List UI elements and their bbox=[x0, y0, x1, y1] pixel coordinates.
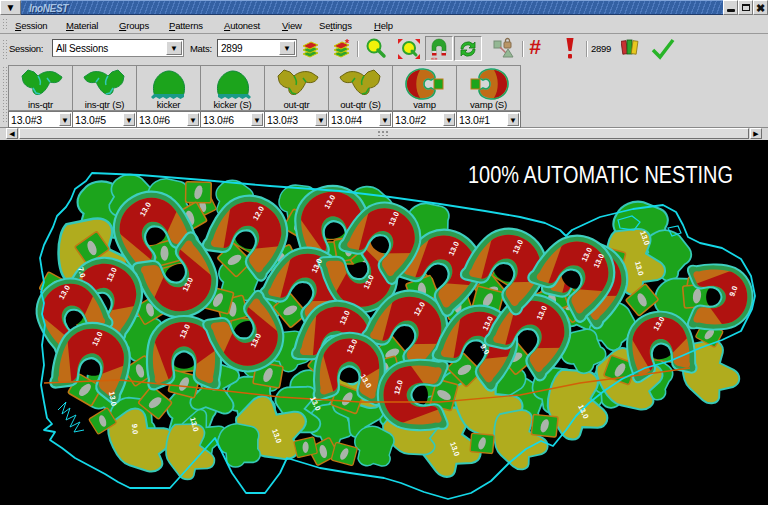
svg-text:«»: «» bbox=[431, 55, 438, 61]
svg-text:*: * bbox=[345, 38, 350, 49]
svg-text:100% AUTOMATIC NESTING: 100% AUTOMATIC NESTING bbox=[468, 162, 733, 188]
svg-text:9.0: 9.0 bbox=[130, 423, 140, 434]
